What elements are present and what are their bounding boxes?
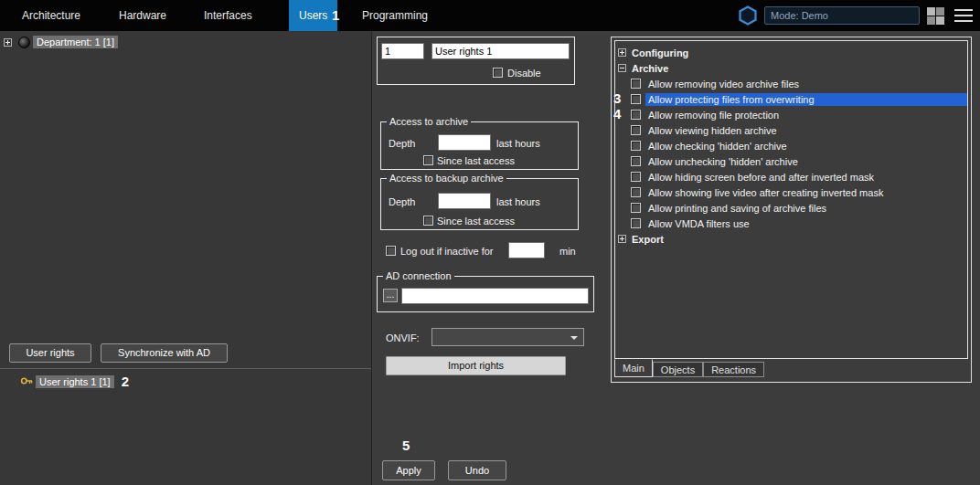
archive-depth-field[interactable] (438, 134, 491, 151)
checkbox[interactable] (631, 218, 641, 228)
backup-last-hours-label: last hours (496, 196, 540, 207)
tab-hardware[interactable]: Hardware (119, 0, 166, 31)
tree-group-label: Export (632, 234, 664, 245)
checkbox[interactable] (631, 187, 641, 197)
tree-item-label: Allow protecting files from overwriting (645, 93, 967, 106)
access-to-backup-archive-title: Access to backup archive (387, 173, 506, 184)
tree-item-label: Allow removing video archive files (645, 78, 802, 90)
tab-reactions[interactable]: Reactions (703, 362, 764, 377)
tab-interfaces[interactable]: Interfaces (204, 0, 252, 31)
id-field[interactable] (381, 43, 424, 59)
logout-inactive-checkbox[interactable] (386, 246, 396, 256)
app-window: Architecture Hardware Interfaces Users 1… (0, 0, 980, 485)
layout-grid-icon[interactable] (927, 7, 944, 25)
tab-architecture[interactable]: Architecture (22, 0, 80, 31)
apply-button[interactable]: Apply (382, 460, 435, 480)
checkbox[interactable] (631, 156, 641, 166)
name-field[interactable] (431, 43, 570, 59)
expand-icon[interactable] (618, 48, 626, 57)
chevron-down-icon (570, 336, 578, 340)
logout-minutes-field[interactable] (508, 242, 545, 258)
expand-icon[interactable] (4, 38, 12, 47)
access-to-archive-title: Access to archive (387, 116, 471, 127)
tab-objects[interactable]: Objects (653, 362, 703, 377)
tree-item-allow-vmda-filters-use[interactable]: Allow VMDA filters use (615, 216, 967, 231)
backup-depth-label: Depth (389, 196, 415, 207)
department-node-label[interactable]: Department: 1 [1] (33, 36, 118, 48)
tree-item-allow-checking-hidden-archive[interactable]: Allow checking 'hidden' archive (615, 138, 967, 153)
tab-users[interactable]: Users (289, 0, 337, 31)
user-rights-button[interactable]: User rights (9, 343, 91, 363)
disable-label: Disable (507, 68, 541, 79)
department-node[interactable]: Department: 1 [1] (4, 36, 118, 48)
user-rights-settings-panel: Disable Access to archive Depth last hou… (373, 31, 606, 485)
annotation-step-1: 1 (332, 7, 339, 23)
app-logo-hexagon-icon (737, 5, 759, 28)
tree-item-allow-showing-live-video-inverted-mask[interactable]: Allow showing live video after creating … (615, 185, 967, 200)
last-hours-label: last hours (496, 138, 540, 149)
rights-tree: Configuring Archive Allow removing video… (614, 40, 968, 359)
annotation-step-4: 4 (613, 106, 621, 121)
tab-main[interactable]: Main (614, 359, 653, 377)
backup-since-last-access-checkbox[interactable] (423, 216, 433, 226)
access-to-backup-archive-groupbox: Access to backup archive Depth last hour… (380, 178, 579, 230)
access-to-archive-groupbox: Access to archive Depth last hours Since… (380, 121, 579, 170)
checkbox[interactable] (631, 110, 641, 120)
tree-item-label: Allow showing live video after creating … (645, 186, 886, 199)
checkbox[interactable] (631, 94, 641, 104)
rights-tabs: Main Objects Reactions (614, 359, 764, 377)
mode-input[interactable] (764, 6, 920, 25)
checkbox[interactable] (631, 125, 641, 135)
tree-item-allow-removing-video-archive-files[interactable]: Allow removing video archive files (615, 76, 967, 91)
tree-item-label: Allow unchecking 'hidden' archive (645, 155, 801, 168)
logout-inactive-label: Log out if inactive for (400, 246, 494, 257)
import-rights-button[interactable]: Import rights (386, 356, 566, 375)
panel-divider (0, 368, 371, 369)
synchronize-with-ad-button[interactable]: Synchronize with AD (101, 343, 228, 363)
tree-item-allow-unchecking-hidden-archive[interactable]: Allow unchecking 'hidden' archive (615, 153, 967, 169)
tree-item-label: Allow checking 'hidden' archive (645, 140, 790, 153)
object-tree-panel: Department: 1 [1] User rights Synchroniz… (0, 31, 372, 485)
backup-depth-field[interactable] (438, 193, 491, 209)
onvif-label: ONVIF: (386, 332, 420, 343)
ad-connection-title: AD connection (383, 270, 454, 281)
hamburger-menu-icon[interactable] (954, 9, 973, 22)
since-last-access-label: Since last access (437, 155, 515, 166)
onvif-select[interactable] (431, 328, 584, 346)
tree-group-export[interactable]: Export (615, 231, 967, 247)
key-icon (20, 374, 33, 389)
tree-group-configuring[interactable]: Configuring (615, 45, 967, 60)
rights-tree-panel: 3 4 Configuring Archive Allow removing v… (611, 37, 972, 383)
disable-checkbox[interactable] (493, 68, 503, 78)
checkbox[interactable] (631, 172, 641, 182)
undo-button[interactable]: Undo (448, 460, 506, 480)
identity-groupbox: Disable (377, 37, 575, 85)
tree-item-label: Allow viewing hidden archive (645, 124, 780, 137)
tree-item-allow-hiding-screen-inverted-mask[interactable]: Allow hiding screen before and after inv… (615, 169, 967, 185)
department-icon (18, 37, 30, 48)
tree-item-allow-viewing-hidden-archive[interactable]: Allow viewing hidden archive (615, 122, 967, 138)
checkbox[interactable] (631, 141, 641, 151)
ad-connection-field[interactable] (401, 288, 589, 304)
user-rights-node[interactable]: User rights 1 [1] 2 (20, 374, 129, 389)
tree-item-allow-removing-file-protection[interactable]: Allow removing file protection (615, 107, 967, 122)
min-label: min (559, 246, 576, 257)
tab-programming[interactable]: Programming (362, 0, 428, 31)
checkbox[interactable] (631, 79, 641, 89)
tree-group-archive[interactable]: Archive (615, 60, 967, 76)
since-last-access-checkbox[interactable] (423, 155, 433, 165)
annotation-step-5: 5 (402, 438, 410, 453)
tree-item-allow-printing-saving-archive-files[interactable]: Allow printing and saving of archive fil… (615, 200, 967, 216)
ad-browse-button[interactable]: ... (383, 289, 398, 302)
annotation-step-2: 2 (122, 374, 129, 389)
tree-item-label: Allow printing and saving of archive fil… (645, 202, 829, 215)
ad-connection-groupbox: AD connection ... (377, 276, 594, 312)
tree-item-label: Allow removing file protection (645, 109, 782, 121)
expand-icon[interactable] (618, 235, 626, 243)
user-rights-node-label[interactable]: User rights 1 [1] (36, 375, 114, 388)
top-menu-bar: Architecture Hardware Interfaces Users 1… (0, 0, 980, 31)
tree-item-label: Allow hiding screen before and after inv… (645, 171, 877, 184)
collapse-icon[interactable] (618, 64, 626, 72)
checkbox[interactable] (631, 203, 641, 213)
tree-item-allow-protecting-files-from-overwriting[interactable]: Allow protecting files from overwriting (615, 91, 967, 107)
